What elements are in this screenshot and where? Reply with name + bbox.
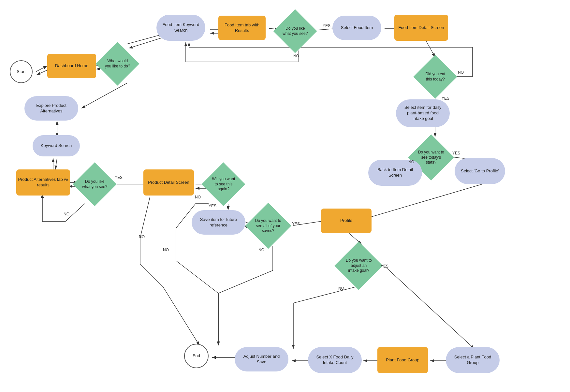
- no-label-bottom: NO: [163, 248, 169, 252]
- svg-line-12: [426, 41, 435, 57]
- svg-line-2: [37, 70, 47, 75]
- no-label-saves: NO: [139, 235, 145, 239]
- adjust-save-node: Adjust Number and Save: [235, 347, 288, 371]
- yes-label-1: YES: [323, 23, 330, 28]
- svg-line-33: [383, 265, 474, 349]
- select-x-food-node: Select X Food Daily Intake Count: [308, 347, 362, 373]
- no-label-2: NO: [64, 212, 69, 216]
- keyword-search-node: Keyword Search: [33, 135, 80, 156]
- yes-label-3: YES: [209, 204, 216, 208]
- see-again-diamond: Will you want to see this again?: [202, 163, 244, 205]
- like-what-2-diamond: Do you like what you see?: [73, 163, 116, 205]
- no-label-6: NO: [408, 160, 414, 164]
- did-eat-diamond: Did you eat this today?: [414, 55, 456, 98]
- adjust-goal-diamond: Do you want to adjust an intake goal?: [336, 243, 381, 288]
- svg-line-17: [358, 184, 482, 221]
- svg-line-18: [81, 83, 127, 108]
- no-label-4: NO: [258, 248, 264, 252]
- food-detail-node: Food Item Detail Screen: [394, 15, 448, 41]
- no-label-7: NO: [338, 286, 344, 291]
- yes-label-4: YES: [292, 222, 300, 226]
- save-item-node: Save item for future reference: [192, 210, 245, 235]
- start-node: Start: [10, 60, 33, 83]
- plant-food-node: Plant Food Group: [377, 347, 428, 373]
- select-daily-node: Select item for daily plant-based food i…: [396, 99, 450, 127]
- no-label-5: NO: [458, 70, 464, 75]
- yes-label-7: YES: [381, 264, 388, 269]
- svg-line-1: [36, 66, 47, 72]
- dashboard-node: Dashboard Home: [47, 54, 96, 78]
- select-food-node: Select Food Item: [332, 16, 381, 40]
- explore-node: Explore Product Alternatives: [24, 96, 78, 121]
- what-do-diamond: What would you like to do?: [96, 42, 139, 85]
- profile-node: Profile: [321, 209, 372, 233]
- go-profile-node: Select 'Go to Profile': [455, 158, 505, 184]
- yes-label-5: YES: [442, 96, 449, 101]
- svg-line-21: [55, 158, 57, 169]
- select-plant-node: Select a Plant Food Group: [446, 347, 500, 373]
- see-saves-diamond: Do you want to see all of your saves?: [246, 204, 290, 248]
- yes-label-6: YES: [452, 151, 460, 155]
- prod-detail-node: Product Detail Screen: [143, 169, 194, 196]
- no-label-1: NO: [293, 54, 299, 58]
- prod-alt-tab-node: Product Alternatives tab w/ results: [16, 169, 70, 196]
- like-what-1-diamond: Do you like what you see?: [274, 10, 316, 52]
- no-label-3: NO: [195, 195, 201, 199]
- food-keyword-node: Food Item Keyword Search: [156, 15, 205, 41]
- yes-label-2: YES: [115, 175, 123, 180]
- food-tab-node: Food Item tab with Results: [218, 16, 266, 40]
- end-node: End: [184, 344, 209, 368]
